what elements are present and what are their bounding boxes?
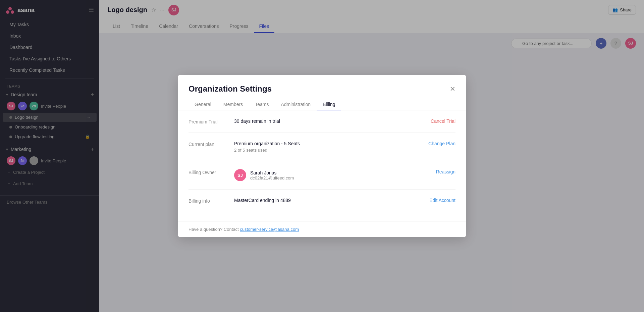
edit-account-button[interactable]: Edit Account <box>429 198 455 203</box>
modal-footer: Have a question? Contact customer-servic… <box>178 221 466 237</box>
owner-email: dc02fa21@uifeed.com <box>250 175 294 180</box>
footer-email-link[interactable]: customer-service@asana.com <box>240 227 299 232</box>
modal-tab-administration[interactable]: Administration <box>275 99 317 110</box>
billing-owner-info: SJ Sarah Jonas dc02fa21@uifeed.com <box>234 169 436 181</box>
modal-overlay[interactable]: Organization Settings ✕ General Members … <box>0 0 644 312</box>
billing-label-owner: Billing Owner <box>189 169 229 175</box>
modal-tab-members[interactable]: Members <box>217 99 249 110</box>
billing-value-trial: 30 days remain in trial <box>229 118 431 124</box>
modal-header: Organization Settings ✕ <box>178 75 466 94</box>
billing-label-plan: Current plan <box>189 141 229 147</box>
owner-avatar: SJ <box>234 169 246 181</box>
reassign-button[interactable]: Reassign <box>436 169 455 174</box>
billing-plan-info: Premium organization - 5 Seats 2 of 5 se… <box>229 141 428 153</box>
modal-body: Premium Trial 30 days remain in trial Ca… <box>178 110 466 221</box>
modal-tab-billing[interactable]: Billing <box>317 99 341 110</box>
billing-label-trial: Premium Trial <box>189 118 229 124</box>
owner-name: Sarah Jonas <box>250 170 294 175</box>
billing-card-value: MasterCard ending in 4889 <box>229 198 429 203</box>
modal-tabs: General Members Teams Administration Bil… <box>178 94 466 110</box>
billing-row-trial: Premium Trial 30 days remain in trial Ca… <box>189 110 455 133</box>
modal-tab-general[interactable]: General <box>189 99 217 110</box>
billing-row-plan: Current plan Premium organization - 5 Se… <box>189 133 455 161</box>
billing-row-owner: Billing Owner SJ Sarah Jonas dc02fa21@ui… <box>189 161 455 190</box>
modal-title: Organization Settings <box>189 84 272 94</box>
billing-label-info: Billing info <box>189 198 229 204</box>
footer-text: Have a question? Contact <box>189 227 240 232</box>
billing-plan-sub: 2 of 5 seats used <box>234 148 428 153</box>
change-plan-button[interactable]: Change Plan <box>428 141 455 146</box>
cancel-trial-button[interactable]: Cancel Trial <box>431 118 455 124</box>
organization-settings-modal: Organization Settings ✕ General Members … <box>178 75 466 237</box>
modal-tab-teams[interactable]: Teams <box>249 99 275 110</box>
modal-close-button[interactable]: ✕ <box>450 85 455 93</box>
billing-row-info: Billing info MasterCard ending in 4889 E… <box>189 190 455 212</box>
billing-plan-value: Premium organization - 5 Seats <box>234 141 428 146</box>
